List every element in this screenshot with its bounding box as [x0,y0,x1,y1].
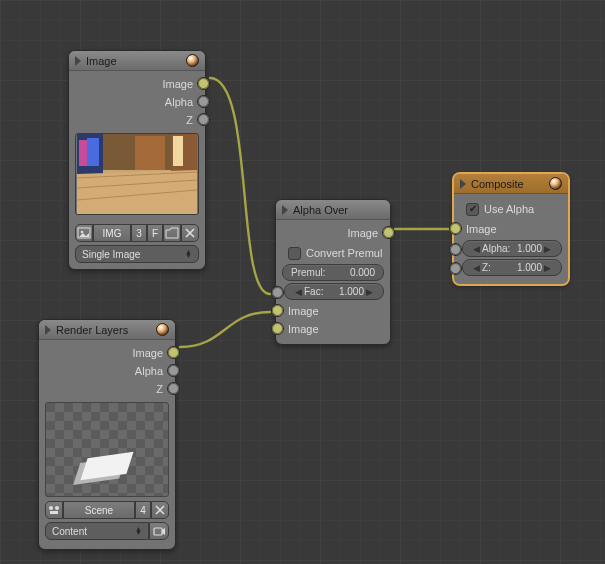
svg-rect-13 [154,528,162,535]
scene-row: Scene 4 [45,501,169,519]
dropdown-icon: ▲▼ [185,250,192,258]
camera-icon [152,524,166,538]
preview-orb-icon[interactable] [186,54,199,67]
use-alpha-row[interactable]: Use Alpha [460,200,562,218]
browse-image-button[interactable] [75,224,93,242]
socket-output-z[interactable] [168,383,179,394]
chevron-left-icon[interactable]: ◀ [471,263,482,273]
convert-premul-checkbox[interactable] [288,247,301,260]
socket-input-image-2[interactable] [272,323,283,334]
dropdown-icon: ▲▼ [135,527,142,535]
close-icon [153,503,167,517]
collapse-icon[interactable] [75,56,81,66]
chevron-right-icon[interactable]: ▶ [542,244,553,254]
image-icon [77,226,91,240]
render-preview [45,402,169,497]
layer-label: Content [52,526,87,537]
chevron-left-icon[interactable]: ◀ [293,287,304,297]
node-header[interactable]: Image [69,51,205,71]
collapse-icon[interactable] [282,205,288,215]
socket-output-alpha[interactable] [198,96,209,107]
node-header[interactable]: Render Layers [39,320,175,340]
z-field[interactable]: ◀ Z: 1.000 ▶ [462,259,562,276]
scene-name-field[interactable]: Scene [63,501,135,519]
output-image: Image [75,75,199,93]
node-header[interactable]: Composite [454,174,568,194]
collapse-icon[interactable] [45,325,51,335]
output-z: Z [45,380,169,398]
image-name-field[interactable]: IMG [93,224,131,242]
socket-input-image-1[interactable] [272,305,283,316]
socket-output-image[interactable] [198,78,209,89]
node-title: Render Layers [56,324,156,336]
svg-rect-4 [79,140,87,166]
node-title: Image [86,55,186,67]
use-alpha-checkbox[interactable] [466,203,479,216]
close-icon [183,226,197,240]
node-composite[interactable]: Composite Use Alpha Image ◀ Alpha: 1.000… [453,173,569,285]
node-title: Alpha Over [293,204,384,216]
node-alpha-over[interactable]: Alpha Over Image Convert Premul Premul: … [275,199,391,345]
svg-point-10 [49,506,53,510]
socket-output-alpha[interactable] [168,365,179,376]
collapse-icon[interactable] [460,179,466,189]
chevron-left-icon[interactable]: ◀ [471,244,482,254]
input-image-2: Image [282,320,384,338]
source-label: Single Image [82,249,140,260]
input-image: Image [460,220,562,238]
svg-rect-3 [87,138,99,166]
source-dropdown[interactable]: Single Image ▲▼ [75,245,199,263]
output-image: Image [282,224,384,242]
socket-output-image[interactable] [383,227,394,238]
socket-input-z[interactable] [450,263,461,274]
image-datablock-row: IMG 3 F [75,224,199,242]
alpha-field[interactable]: ◀ Alpha: 1.000 ▶ [462,240,562,257]
image-preview [75,133,199,215]
premul-field[interactable]: Premul: 0.000 [282,264,384,281]
folder-icon [165,226,179,240]
socket-output-z[interactable] [198,114,209,125]
output-image: Image [45,344,169,362]
svg-rect-7 [173,136,183,166]
render-button[interactable] [149,522,169,540]
browse-scene-button[interactable] [45,501,63,519]
preview-cube-icon [80,452,133,480]
layer-dropdown[interactable]: Content ▲▼ [45,522,149,540]
node-image[interactable]: Image Image Alpha Z [68,50,206,270]
input-image-1: Image [282,302,384,320]
chevron-right-icon[interactable]: ▶ [542,263,553,273]
scene-icon [47,503,61,517]
users-count[interactable]: 3 [131,224,147,242]
output-alpha: Alpha [75,93,199,111]
socket-output-image[interactable] [168,347,179,358]
output-alpha: Alpha [45,362,169,380]
layer-row: Content ▲▼ [45,522,169,540]
fake-user-button[interactable]: F [147,224,163,242]
unlink-button[interactable] [181,224,199,242]
unlink-button[interactable] [151,501,169,519]
preview-orb-icon[interactable] [549,177,562,190]
node-title: Composite [471,178,549,190]
node-render-layers[interactable]: Render Layers Image Alpha Z Scene 4 [38,319,176,550]
users-count[interactable]: 4 [135,501,151,519]
chevron-right-icon[interactable]: ▶ [364,287,375,297]
socket-input-image[interactable] [450,223,461,234]
socket-input-fac[interactable] [272,287,283,298]
convert-premul-row[interactable]: Convert Premul [282,244,384,262]
open-file-button[interactable] [163,224,181,242]
socket-input-alpha[interactable] [450,244,461,255]
preview-orb-icon[interactable] [156,323,169,336]
output-z: Z [75,111,199,129]
node-header[interactable]: Alpha Over [276,200,390,220]
svg-point-11 [55,506,59,510]
fac-field[interactable]: ◀ Fac: 1.000 ▶ [284,283,384,300]
svg-rect-12 [50,511,58,514]
svg-point-9 [81,231,84,234]
svg-rect-5 [135,136,165,170]
